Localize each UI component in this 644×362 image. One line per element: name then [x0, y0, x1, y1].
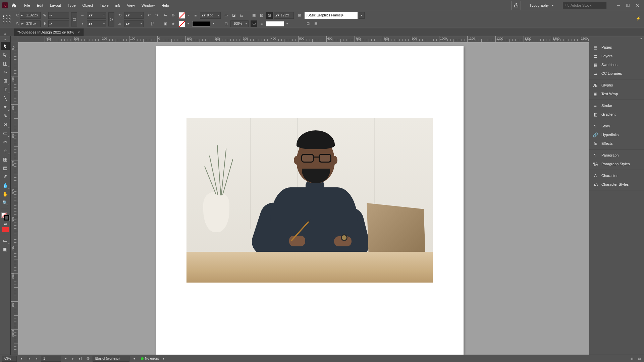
panel-paragraph[interactable]: ¶Paragraph — [589, 151, 644, 160]
panel-collapse-icon[interactable]: » — [589, 36, 644, 42]
maximize-button[interactable] — [623, 2, 633, 9]
prev-page-icon[interactable]: ◂ — [34, 356, 39, 361]
stroke-style-dropdown-icon[interactable]: ▾ — [211, 20, 215, 27]
shear-field[interactable]: ▴▾▾ — [124, 20, 144, 27]
first-page-icon[interactable]: |◂ — [26, 356, 32, 361]
h-field[interactable]: ▴▾ — [48, 20, 69, 27]
eyedropper-tool[interactable]: 💧 — [1, 181, 10, 189]
flip-h-icon[interactable]: ⇋ — [162, 12, 169, 19]
content-collector-tool[interactable]: ⊞ — [1, 77, 10, 85]
swap-fill-stroke-icon[interactable]: ⇄ — [1, 221, 10, 227]
align-dialog-icon[interactable]: ⊞ — [296, 12, 303, 19]
rectangle-tool[interactable]: ▭ — [1, 129, 10, 137]
fill-swatch-icon[interactable] — [178, 12, 185, 19]
panel-pages[interactable]: ▤Pages — [589, 43, 644, 52]
object-style-dropdown-icon[interactable]: ▾ — [359, 12, 365, 19]
close-tab-icon[interactable]: × — [78, 30, 80, 34]
opacity-field[interactable]: 100%▾ — [230, 20, 249, 27]
auto-fit-icon[interactable]: ▭ — [223, 12, 229, 19]
panel-swatches[interactable]: ▦Swatches — [589, 60, 644, 69]
zoom-dropdown-icon[interactable]: ▾ — [19, 356, 24, 361]
scissors-tool[interactable]: ✂ — [1, 138, 10, 146]
panel-character[interactable]: ACharacter — [589, 171, 644, 180]
direct-selection-tool[interactable] — [1, 51, 10, 59]
wrap-offset-field[interactable]: ▴▾12 px — [274, 12, 294, 19]
horizontal-ruler[interactable]: 4003002001000100200300400500600700800900… — [18, 36, 589, 42]
view-options-icon[interactable]: ▣ — [1, 245, 10, 253]
clear-transform-icon[interactable]: P — [146, 20, 159, 27]
drop-shadow-icon[interactable]: ◪ — [230, 12, 237, 19]
reference-point[interactable] — [3, 15, 11, 23]
rotate-cw-icon[interactable]: ↷ — [153, 12, 160, 19]
ruler-origin[interactable] — [11, 36, 18, 42]
panel-cc-libraries[interactable]: ☁CC Libraries — [589, 69, 644, 78]
free-transform-tool[interactable]: ⟐ — [1, 146, 10, 155]
page-field[interactable]: 1 — [41, 356, 61, 362]
wrap-none-icon[interactable]: ▦ — [251, 12, 257, 19]
frame-fitting-2-icon[interactable]: ⊟ — [312, 20, 319, 27]
panel-paragraph-styles[interactable]: ¶AParagraph Styles — [589, 160, 644, 168]
menu-table[interactable]: Table — [96, 0, 112, 11]
panel-glyphs[interactable]: ÆGlyphs — [589, 81, 644, 89]
w-field[interactable]: ▴▾ — [48, 12, 69, 19]
menu-window[interactable]: Window — [138, 0, 158, 11]
panel-hyperlinks[interactable]: 🔗Hyperlinks — [589, 130, 644, 139]
corner-options-icon[interactable]: ⬭ — [251, 20, 257, 27]
type-tool[interactable]: T — [1, 85, 10, 94]
screen-mode-icon[interactable]: ▭ — [1, 236, 10, 244]
panel-gradient[interactable]: ◧Gradient — [589, 110, 644, 119]
vertical-ruler[interactable]: 01002003004005006007008009001000 — [11, 42, 18, 355]
rectangle-frame-tool[interactable]: ⊠ — [1, 120, 10, 128]
tab-scroll-left-icon[interactable]: « — [2, 32, 8, 36]
constrain-scale-icon[interactable]: ⛓ — [108, 12, 114, 26]
menu-file[interactable]: File — [21, 0, 34, 11]
scale-x-field[interactable]: ▴▾▾ — [87, 12, 106, 19]
align-area-icon[interactable]: ≡ — [258, 20, 265, 27]
page[interactable] — [156, 46, 464, 355]
menu-type[interactable]: Type — [64, 0, 79, 11]
rotate-field[interactable]: ▴▾▾ — [124, 12, 144, 19]
search-stock[interactable]: Adobe Stock — [563, 2, 606, 9]
view-switch-1-icon[interactable]: ▥ — [629, 356, 635, 361]
profile-field[interactable]: [Basic] (working) — [93, 356, 129, 362]
constrain-wh-icon[interactable]: ⛓ — [71, 12, 77, 26]
menu-help[interactable]: Help — [158, 0, 172, 11]
minimize-button[interactable] — [614, 2, 623, 9]
x-field[interactable]: ▴▾1132 px — [20, 12, 41, 19]
frame-fitting-icon[interactable]: ⊡ — [305, 20, 311, 27]
panel-text-wrap[interactable]: ▣Text Wrap — [589, 89, 644, 98]
open-nav-icon[interactable]: ⦿ — [85, 356, 91, 361]
menu-object[interactable]: Object — [79, 0, 97, 11]
wrap-bbox-icon[interactable]: ▧ — [258, 12, 265, 19]
gradient-feather-icon[interactable] — [266, 21, 284, 26]
panel-stroke[interactable]: ≡Stroke — [589, 101, 644, 110]
hand-tool[interactable]: ✋ — [1, 190, 10, 198]
panel-character-styles[interactable]: aACharacter Styles — [589, 180, 644, 189]
last-page-icon[interactable]: ▸| — [78, 356, 83, 361]
object-style-field[interactable]: [Basic Graphics Frame]+ — [305, 12, 358, 19]
panel-story[interactable]: ¶Story — [589, 122, 644, 130]
rotate-ccw-icon[interactable]: ↶ — [146, 12, 152, 19]
stroke-weight-field[interactable]: ▴▾0 pt▾ — [200, 12, 221, 19]
preflight-dropdown-icon[interactable]: ▾ — [161, 356, 166, 361]
selection-tool[interactable] — [1, 42, 10, 50]
view-switch-2-icon[interactable]: ▤ — [637, 356, 642, 361]
flip-v-icon[interactable]: ⇅ — [170, 12, 176, 19]
fill-stroke-widget[interactable] — [1, 213, 9, 221]
gap-tool[interactable]: ⥊ — [1, 68, 10, 76]
panel-layers[interactable]: ≣Layers — [589, 52, 644, 60]
apply-color-icon[interactable] — [2, 227, 9, 232]
select-container-icon[interactable]: ▣ — [162, 20, 169, 27]
fill-dropdown-icon[interactable]: ▾ — [186, 12, 190, 19]
zoom-field[interactable]: 63% — [2, 356, 17, 362]
stroke-dropdown-icon[interactable]: ▾ — [186, 20, 190, 27]
stroke-style-icon[interactable] — [192, 21, 210, 26]
preflight-status[interactable]: No errors — [141, 357, 159, 360]
document-tab[interactable]: *Novidades InDesign 2022 @ 63% × — [14, 28, 84, 36]
pen-tool[interactable]: ✒ — [1, 103, 10, 111]
opacity-target-icon[interactable]: ◻ — [223, 20, 229, 27]
gradient-swatch-tool[interactable]: ▦ — [1, 155, 10, 163]
gradient-feather-tool[interactable]: ▤ — [1, 164, 10, 172]
zoom-tool[interactable]: 🔍 — [1, 199, 10, 207]
line-tool[interactable]: ╲ — [1, 94, 10, 102]
